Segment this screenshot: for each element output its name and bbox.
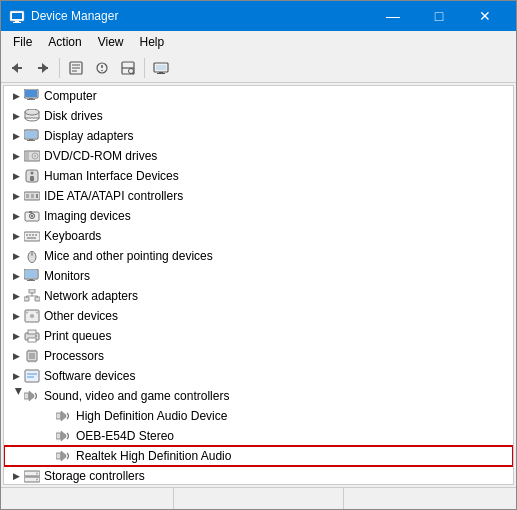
tree-item-storage[interactable]: ▶ Storage controllers (4, 466, 513, 485)
network-icon (24, 288, 40, 304)
tree-item-sound[interactable]: ▶ Sound, video and game controllers (4, 386, 513, 406)
tree-item-ide[interactable]: ▶ IDE ATA/ATAPI controllers (4, 186, 513, 206)
svg-point-77 (35, 335, 37, 337)
tree-item-disk-drives[interactable]: ▶ Disk drives (4, 106, 513, 126)
mice-label: Mice and other pointing devices (44, 249, 213, 263)
expand-icon-print[interactable]: ▶ (8, 328, 24, 344)
svg-rect-20 (156, 65, 166, 70)
svg-line-18 (133, 72, 134, 73)
maximize-button[interactable]: □ (416, 1, 462, 31)
expand-icon-monitors[interactable]: ▶ (8, 268, 24, 284)
expand-icon-keyboards[interactable]: ▶ (8, 228, 24, 244)
menu-view[interactable]: View (90, 33, 132, 51)
svg-point-100 (36, 479, 38, 481)
expand-icon-display[interactable]: ▶ (8, 128, 24, 144)
tree-item-print[interactable]: ▶ Print queues (4, 326, 513, 346)
tree-item-hd-audio[interactable]: ▶ High Definition Audio Device (4, 406, 513, 426)
tree-item-oeb-stereo[interactable]: ▶ OEB-E54D Stereo (4, 426, 513, 446)
minimize-button[interactable]: — (370, 1, 416, 31)
oeb-stereo-icon (56, 428, 72, 444)
expand-icon-ide[interactable]: ▶ (8, 188, 24, 204)
expand-icon-processors[interactable]: ▶ (8, 348, 24, 364)
software-icon (24, 368, 40, 384)
window-title: Device Manager (31, 9, 118, 23)
monitors-label: Monitors (44, 269, 90, 283)
update-driver-button[interactable] (90, 56, 114, 80)
tree-item-other[interactable]: ▶ Other devices (4, 306, 513, 326)
expand-icon-hid[interactable]: ▶ (8, 168, 24, 184)
dvd-icon (24, 148, 40, 164)
content-area: ▶ Computer ▶ Disk drives ▶ Di (1, 83, 516, 487)
hid-label: Human Interface Devices (44, 169, 179, 183)
storage-label: Storage controllers (44, 469, 145, 483)
storage-icon (24, 468, 40, 484)
svg-rect-89 (24, 393, 29, 399)
tree-item-processors[interactable]: ▶ Processors (4, 346, 513, 366)
svg-point-47 (31, 215, 33, 217)
expand-icon-storage[interactable]: ▶ (8, 468, 24, 484)
realtek-label: Realtek High Definition Audio (76, 449, 231, 463)
oeb-stereo-label: OEB-E54D Stereo (76, 429, 174, 443)
svg-rect-61 (27, 280, 35, 281)
tree-item-display[interactable]: ▶ Display adapters (4, 126, 513, 146)
svg-rect-35 (25, 152, 29, 160)
svg-rect-2 (15, 21, 19, 22)
tree-item-computer[interactable]: ▶ Computer (4, 86, 513, 106)
tree-item-mice[interactable]: ▶ Mice and other pointing devices (4, 246, 513, 266)
expand-icon-sound[interactable]: ▶ (8, 388, 24, 404)
svg-rect-93 (56, 433, 61, 439)
expand-icon-dvd[interactable]: ▶ (8, 148, 24, 164)
tree-item-monitors[interactable]: ▶ Monitors (4, 266, 513, 286)
tree-item-imaging[interactable]: ▶ Imaging devices (4, 206, 513, 226)
expand-icon-disk[interactable]: ▶ (8, 108, 24, 124)
title-bar: Device Manager — □ ✕ (1, 1, 516, 31)
svg-rect-31 (25, 131, 37, 138)
app-icon (9, 8, 25, 24)
svg-point-17 (129, 68, 134, 73)
title-bar-controls: — □ ✕ (370, 1, 508, 31)
svg-rect-21 (159, 72, 163, 73)
processor-icon (24, 348, 40, 364)
svg-point-37 (34, 155, 36, 157)
tree-item-dvd[interactable]: ▶ DVD/CD-ROM drives (4, 146, 513, 166)
ide-label: IDE ATA/ATAPI controllers (44, 189, 183, 203)
svg-rect-86 (25, 370, 39, 382)
expand-icon-imaging[interactable]: ▶ (8, 208, 24, 224)
realtek-icon (56, 448, 72, 464)
menu-help[interactable]: Help (132, 33, 173, 51)
expand-icon-computer[interactable]: ▶ (8, 88, 24, 104)
expand-icon-mice[interactable]: ▶ (8, 248, 24, 264)
audio-device-icon (56, 408, 72, 424)
expand-icon-other[interactable]: ▶ (8, 308, 24, 324)
svg-point-99 (36, 473, 38, 475)
svg-rect-24 (25, 90, 37, 97)
menu-file[interactable]: File (5, 33, 40, 51)
device-manager-window: Device Manager — □ ✕ File Action View He… (0, 0, 517, 510)
menu-bar: File Action View Help (1, 31, 516, 53)
back-button[interactable] (5, 56, 29, 80)
show-devices-button[interactable] (149, 56, 173, 80)
expand-icon-software[interactable]: ▶ (8, 368, 24, 384)
display-icon (24, 128, 40, 144)
keyboards-label: Keyboards (44, 229, 101, 243)
other-icon (24, 308, 40, 324)
tree-item-network[interactable]: ▶ Network adapters (4, 286, 513, 306)
tree-item-realtek[interactable]: ▶ Realtek High Definition Audio (4, 446, 513, 466)
forward-button[interactable] (31, 56, 55, 80)
scan-button[interactable] (116, 56, 140, 80)
tree-item-hid[interactable]: ▶ Human Interface Devices (4, 166, 513, 186)
svg-point-29 (25, 109, 39, 115)
svg-rect-33 (27, 140, 35, 141)
tree-item-keyboards[interactable]: ▶ Keyboards (4, 226, 513, 246)
expand-icon-network[interactable]: ▶ (8, 288, 24, 304)
svg-rect-79 (29, 353, 35, 359)
svg-rect-54 (27, 237, 36, 239)
svg-rect-48 (29, 211, 32, 213)
monitor-icon (24, 268, 40, 284)
device-tree[interactable]: ▶ Computer ▶ Disk drives ▶ Di (3, 85, 514, 485)
close-button[interactable]: ✕ (462, 1, 508, 31)
properties-button[interactable] (64, 56, 88, 80)
menu-action[interactable]: Action (40, 33, 89, 51)
tree-item-software[interactable]: ▶ Software devices (4, 366, 513, 386)
svg-point-72 (26, 312, 28, 314)
